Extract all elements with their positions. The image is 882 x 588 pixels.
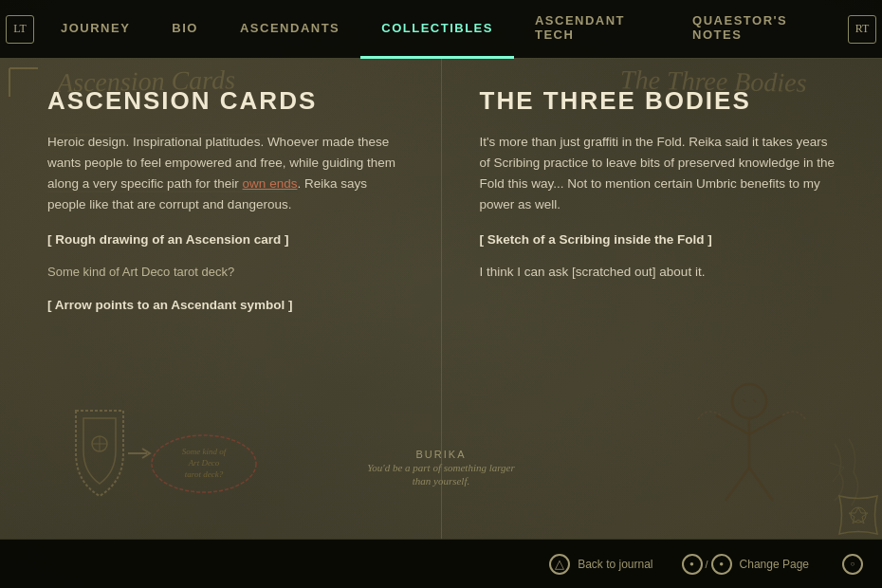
left-page-body: Heroic design. Inspirational platitudes.… (47, 132, 403, 317)
bracket-note-1: [ Rough drawing of an Ascension card ] (47, 230, 403, 250)
character-tag: BURIKA You'd be a part of something larg… (367, 449, 515, 487)
nav-items-container: JOURNEY BIO ASCENDANTS COLLECTIBLES ASCE… (40, 0, 842, 59)
character-name: BURIKA (367, 449, 515, 460)
sketch-ascension-card (47, 392, 152, 524)
left-page-title: ASCENSION CARDS (47, 87, 403, 115)
change-page-buttons: ● / ● (682, 554, 732, 575)
small-note: Some kind of Art Deco tarot deck? (47, 262, 403, 282)
nav-item-quaestors-notes[interactable]: QUAESTOR'S NOTES (671, 0, 842, 59)
svg-text:tarot deck?: tarot deck? (185, 469, 224, 479)
right-page-body: It's more than just graffiti in the Fold… (480, 132, 836, 284)
right-circle-button: ● (711, 554, 732, 575)
right-body-paragraph-2: I think I can ask [scratched out] about … (480, 262, 836, 283)
svg-point-21 (732, 384, 766, 418)
bottom-right-decoration (835, 491, 882, 539)
nav-item-bio[interactable]: BIO (151, 0, 219, 59)
right-body-paragraph-1: It's more than just graffiti in the Fold… (480, 132, 836, 216)
svg-text:Art Deco: Art Deco (188, 458, 220, 468)
back-to-journal-action[interactable]: △ Back to journal (549, 554, 652, 575)
nav-item-journey[interactable]: JOURNEY (40, 0, 151, 59)
handwritten-circle-note: Some kind of Art Deco tarot deck? (147, 426, 261, 502)
nav-right-trigger[interactable]: RT (848, 15, 876, 44)
character-quote-line1: You'd be a part of something larger (367, 462, 515, 473)
character-quote-line2: than yourself. (367, 475, 515, 487)
extra-button[interactable]: ○ (842, 554, 863, 575)
slash-separator: / (706, 559, 708, 570)
back-to-journal-label: Back to journal (578, 558, 652, 571)
left-body-paragraph-1: Heroic design. Inspirational platitudes.… (47, 132, 403, 216)
sketch-scribing-fold (673, 368, 825, 520)
triangle-button-icon: △ (549, 554, 570, 575)
change-page-action[interactable]: ● / ● Change Page (682, 554, 809, 575)
svg-line-28 (753, 399, 756, 402)
nav-item-ascendant-tech[interactable]: ASCENDANT TECH (514, 0, 671, 59)
nav-item-ascendants[interactable]: ASCENDANTS (219, 0, 360, 59)
svg-line-26 (749, 468, 773, 501)
right-bracket-note-1: [ Sketch of a Scribing inside the Fold ] (480, 230, 836, 250)
left-circle-button: ● (682, 554, 703, 575)
navigation-bar: LT JOURNEY BIO ASCENDANTS COLLECTIBLES A… (0, 0, 882, 59)
change-page-label: Change Page (740, 558, 809, 571)
bracket-note-2: [ Arrow points to an Ascendant symbol ] (47, 295, 403, 316)
nav-item-collectibles[interactable]: COLLECTIBLES (360, 0, 514, 59)
right-page-title: THE THREE BODIES (480, 87, 836, 115)
link-own-ends: own ends (243, 176, 298, 191)
svg-line-25 (726, 468, 749, 501)
content-area: Ascension Cards The Three Bodies ASCENSI… (0, 59, 882, 539)
svg-text:Some kind of: Some kind of (182, 447, 228, 456)
svg-line-27 (743, 399, 745, 402)
bottom-bar: △ Back to journal ● / ● Change Page ○ (0, 539, 882, 588)
nav-left-trigger[interactable]: LT (6, 15, 34, 44)
